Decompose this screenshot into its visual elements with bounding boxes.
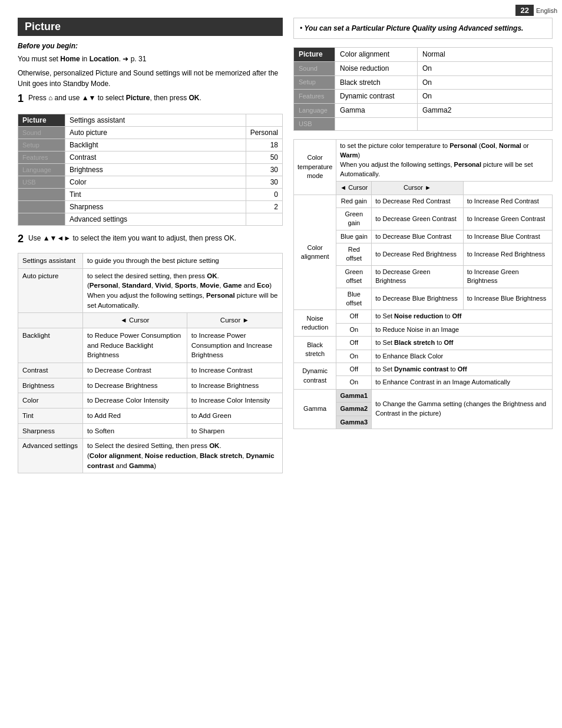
bt-row-colortemp-section: Colortemperaturemode to set the picture …	[294, 140, 553, 182]
menu-sub-contrast: Contrast	[65, 151, 246, 164]
row-brightness: Brightness to Decrease Brightness to Inc…	[18, 378, 283, 393]
bt-section-black: Black stretch	[294, 337, 336, 363]
menu-sub-tint: Tint	[65, 189, 246, 201]
bt-right-blue-offset: to Increase Blue Brightness	[463, 288, 552, 310]
menu-sub-backlight: Backlight	[65, 139, 246, 151]
ps-row-picture: Picture Color alignment Normal	[294, 48, 553, 62]
menu-item-blank3	[18, 213, 65, 226]
bt-sub-noise-on: On	[336, 323, 372, 336]
ps-row-features: Features Dynamic contrast On	[294, 90, 553, 104]
ps-menu-setup: Setup	[294, 75, 335, 90]
tint-left: to Add Red	[83, 409, 187, 424]
menu-sub-settings: Settings assistant	[65, 114, 246, 127]
menu-sub-color: Color	[65, 176, 246, 189]
bt-sub-green-offset: Green offset	[336, 265, 372, 288]
bt-sub-gamma3: Gamma3	[336, 416, 372, 429]
bt-right-red-gain: to Increase Red Contrast	[463, 195, 552, 207]
cursor-header-row: ◄ Cursor Cursor ►	[18, 313, 283, 328]
before-begin-label: Before you begin:	[18, 42, 283, 50]
settings-detail-table: Settings assistant to guide you through …	[18, 253, 283, 473]
ps-feature-empty	[335, 117, 418, 130]
sharpness-right: to Sharpen	[187, 423, 282, 439]
ps-feature-dynamic: Dynamic contrast	[335, 90, 418, 104]
page-language: English	[536, 7, 562, 14]
step1-text: Press ⌂ and use ▲▼ to select Picture, th…	[28, 93, 201, 103]
menu-val-backlight: 18	[246, 139, 282, 151]
desc-advanced-settings: to Select the desired Setting, then pres…	[83, 439, 283, 473]
bt-sub-red-offset: Red offset	[336, 243, 372, 266]
menu-row-tint: Tint 0	[18, 189, 283, 201]
label-sharpness: Sharpness	[18, 423, 83, 439]
step2-number: 2	[18, 233, 24, 246]
bt-row-black-off: Black stretch Off to Set Black stretch t…	[294, 337, 553, 350]
ps-val-noise: On	[418, 61, 553, 75]
bt-sub-blue-gain: Blue gain	[336, 230, 372, 243]
menu-row-setup: Setup Backlight 18	[18, 139, 283, 151]
contrast-left: to Decrease Contrast	[83, 363, 187, 378]
bt-desc-noise-off: to Set Noise reduction to Off	[372, 310, 553, 323]
ps-feature-noise: Noise reduction	[335, 61, 418, 75]
tint-right: to Add Green	[187, 409, 282, 424]
ps-menu-language: Language	[294, 104, 335, 118]
bt-section-colortemp: Colortemperaturemode	[294, 140, 336, 195]
ps-row-setup: Setup Black stretch On	[294, 75, 553, 90]
bt-left-green-offset: to Decrease Green Brightness	[372, 265, 463, 288]
bt-sub-dynamic-on: On	[336, 376, 372, 389]
bt-colortemp-desc: to set the picture color temperature to …	[336, 140, 553, 182]
bt-desc-noise-on: to Reduce Noise in an Image	[372, 323, 553, 336]
menu-val-tint: 0	[246, 189, 282, 201]
color-right: to Increase Color Intensity	[187, 393, 282, 409]
bt-sub-blue-offset: Blue offset	[336, 288, 372, 310]
bt-sub-noise-off: Off	[336, 310, 372, 323]
menu-row-language: Language Brightness 30	[18, 164, 283, 176]
brightness-left: to Decrease Brightness	[83, 378, 187, 393]
backlight-left: to Reduce Power Consumption and Reduce B…	[83, 328, 187, 363]
desc-settings-assistant: to guide you through the best picture se…	[83, 253, 283, 269]
bt-left-blue-offset: to Decrease Blue Brightness	[372, 288, 463, 310]
bt-desc-black-off: to Set Black stretch to Off	[372, 337, 553, 350]
sharpness-left: to Soften	[83, 423, 187, 439]
menu-val-brightness: 30	[246, 164, 282, 176]
bt-desc-dynamic-on: to Enhance Contrast in an Image Automati…	[372, 376, 553, 389]
bt-section-dynamic: Dynamiccontrast	[294, 363, 336, 389]
color-left: to Decrease Color Intensity	[83, 393, 187, 409]
bt-left-blue-gain: to Decrease Blue Contrast	[372, 230, 463, 243]
bt-right-blue-gain: to Increase Blue Contrast	[463, 230, 552, 243]
bt-section-color-align: Coloralignment	[294, 195, 336, 310]
menu-row-advanced: Advanced settings	[18, 213, 283, 226]
row-contrast: Contrast to Decrease Contrast to Increas…	[18, 363, 283, 378]
page-header: 22 English	[515, 5, 562, 16]
pic-settings-table: Picture Color alignment Normal Sound Noi…	[293, 47, 553, 131]
bt-right-green-gain: to Increase Green Contrast	[463, 207, 552, 230]
ps-row-usb: USB	[294, 117, 553, 130]
bt-desc-dynamic-off: to Set Dynamic contrast to Off	[372, 363, 553, 375]
menu-row-features: Features Contrast 50	[18, 151, 283, 164]
menu-val-auto: Personal	[246, 127, 282, 139]
brightness-right: to Increase Brightness	[187, 378, 282, 393]
menu-item-sound: Sound	[18, 127, 65, 139]
ps-menu-picture: Picture	[294, 48, 335, 62]
ps-feature-gamma: Gamma	[335, 104, 418, 118]
menu-item-features: Features	[18, 151, 65, 164]
step1-number: 1	[18, 93, 24, 106]
ps-val-dynamic: On	[418, 90, 553, 104]
bt-left-green-gain: to Decrease Green Contrast	[372, 207, 463, 230]
bt-row-red-gain: Coloralignment Red gain to Decrease Red …	[294, 195, 553, 207]
step2-text: Use ▲▼◄► to select the item you want to …	[28, 233, 236, 243]
ps-feature-color-align: Color alignment	[335, 48, 418, 62]
menu-item-blank2	[18, 201, 65, 213]
menu-sub-sharpness: Sharpness	[65, 201, 246, 213]
ps-val-black: On	[418, 75, 553, 90]
menu-val-advanced	[246, 213, 282, 226]
desc-auto-picture: to select the desired setting, then pres…	[83, 268, 283, 313]
bt-sub-dynamic-off: Off	[336, 363, 372, 375]
cursor-right-header: Cursor ►	[187, 313, 282, 328]
cursor-header-blank	[18, 313, 83, 328]
label-color: Color	[18, 393, 83, 409]
menu-sub-auto: Auto picture	[65, 127, 246, 139]
tip-box: • You can set a Particular Picture Quali…	[293, 18, 553, 39]
bt-sub-black-off: Off	[336, 337, 372, 350]
menu-val-settings	[246, 114, 282, 127]
section-title: Picture	[18, 18, 283, 36]
menu-item-picture: Picture	[18, 114, 65, 127]
